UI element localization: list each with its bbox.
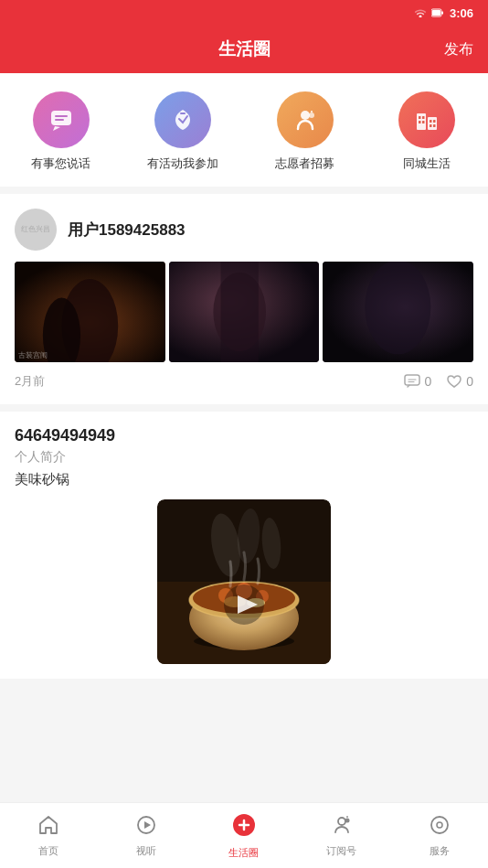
subscribe-icon — [331, 814, 353, 841]
svg-point-56 — [431, 817, 448, 833]
volunteer-icon-circle — [277, 91, 334, 148]
talk-icon-circle — [33, 91, 90, 148]
svg-rect-17 — [433, 120, 436, 123]
svg-rect-15 — [422, 121, 425, 123]
home-icon — [37, 814, 59, 841]
post-content: 美味砂锅 — [15, 471, 473, 488]
nav-life-label: 生活圈 — [228, 846, 259, 860]
video-icon — [135, 814, 157, 841]
post-image-2[interactable] — [169, 262, 320, 362]
wifi-icon — [413, 6, 428, 20]
svg-rect-2 — [441, 11, 443, 14]
nav-service[interactable]: 服务 — [390, 814, 488, 858]
post-meta-1: 2月前 0 0 — [15, 373, 473, 390]
image-watermark: 古装宫闱 — [18, 350, 48, 360]
talk-label: 有事您说话 — [31, 155, 90, 172]
local-label: 同城生活 — [403, 155, 451, 172]
action-local[interactable]: 同城生活 — [372, 91, 482, 172]
food-image[interactable] — [157, 499, 331, 664]
life-icon — [231, 812, 257, 843]
time-display: 3:06 — [450, 6, 473, 20]
svg-point-7 — [301, 111, 310, 120]
post-number: 64649494949 — [15, 426, 473, 445]
svg-rect-6 — [180, 113, 186, 114]
svg-rect-5 — [55, 119, 64, 121]
post-image-1[interactable]: 古装宫闱 — [15, 262, 165, 362]
svg-rect-18 — [430, 124, 432, 127]
svg-point-53 — [338, 818, 345, 825]
action-volunteer[interactable]: 志愿者招募 — [250, 91, 360, 172]
comment-button-1[interactable]: 0 — [404, 374, 431, 389]
nav-subscribe-label: 订阅号 — [326, 844, 356, 858]
like-count-1: 0 — [466, 374, 473, 389]
svg-rect-11 — [428, 117, 437, 130]
svg-point-8 — [309, 113, 314, 118]
post-card-1: 红色兴昌 用户1589425883 古装宫闱 — [0, 194, 488, 404]
post-time-1: 2月前 — [15, 373, 45, 390]
svg-rect-13 — [422, 116, 425, 119]
publish-button[interactable]: 发布 — [444, 40, 473, 59]
svg-point-54 — [345, 818, 349, 822]
status-bar: 3:06 — [0, 0, 488, 26]
svg-rect-4 — [55, 115, 68, 117]
username-1: 用户1589425883 — [68, 220, 186, 241]
action-talk[interactable]: 有事您说话 — [6, 91, 116, 172]
svg-rect-19 — [433, 124, 436, 127]
svg-point-57 — [437, 822, 442, 828]
service-icon — [429, 814, 451, 841]
nav-video-label: 视听 — [136, 844, 156, 858]
action-activity[interactable]: 有活动我参加 — [128, 91, 238, 172]
activity-label: 有活动我参加 — [147, 155, 218, 172]
svg-rect-14 — [419, 121, 421, 123]
nav-home-label: 首页 — [38, 844, 58, 858]
svg-rect-16 — [430, 120, 432, 123]
bottom-nav: 首页 视听 生活圈 订阅号 — [0, 802, 488, 868]
post-card-2: 64649494949 个人简介 美味砂锅 — [0, 412, 488, 679]
svg-marker-49 — [144, 821, 151, 829]
svg-rect-12 — [419, 116, 421, 119]
nav-video[interactable]: 视听 — [98, 814, 196, 858]
post-image-3[interactable] — [323, 262, 473, 362]
svg-rect-3 — [51, 111, 71, 125]
svg-point-27 — [366, 262, 431, 354]
comment-count-1: 0 — [424, 374, 431, 389]
image-grid-1: 古装宫闱 — [15, 262, 473, 362]
user-row-1: 红色兴昌 用户1589425883 — [15, 209, 473, 251]
nav-home[interactable]: 首页 — [0, 814, 98, 858]
svg-rect-25 — [220, 262, 258, 362]
avatar-1: 红色兴昌 — [15, 209, 57, 251]
post-actions-1: 0 0 — [404, 374, 473, 389]
app-header: 生活圈 发布 — [0, 26, 488, 73]
like-button-1[interactable]: 0 — [446, 374, 473, 389]
nav-service-label: 服务 — [430, 844, 450, 858]
svg-rect-1 — [432, 10, 440, 16]
activity-icon-circle — [154, 91, 211, 148]
volunteer-label: 志愿者招募 — [275, 155, 334, 172]
nav-subscribe[interactable]: 订阅号 — [292, 814, 390, 858]
battery-icon — [431, 6, 444, 20]
quick-actions-section: 有事您说话 有活动我参加 志愿者招募 — [0, 73, 488, 194]
page-title: 生活圈 — [218, 38, 271, 61]
local-icon-circle — [398, 91, 455, 148]
nav-life[interactable]: 生活圈 — [196, 812, 293, 860]
food-image-container — [15, 499, 473, 664]
post-bio: 个人简介 — [15, 449, 473, 466]
